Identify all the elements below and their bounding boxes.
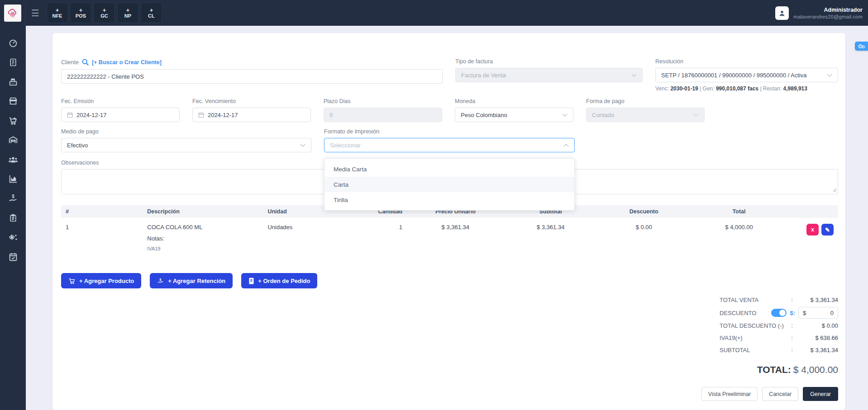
orden-pedido-button[interactable]: + Orden de Pedido (241, 273, 317, 288)
plus-icon: + (126, 7, 130, 13)
warehouse-icon (8, 135, 18, 145)
user-icon (777, 9, 787, 18)
document-icon (248, 278, 254, 284)
app-logo[interactable] (4, 5, 21, 22)
avatar[interactable] (775, 6, 789, 20)
chart-icon (8, 174, 18, 184)
option-tirilla[interactable]: Tirilla (324, 192, 574, 207)
formato-impresion-select[interactable] (324, 138, 575, 152)
descuento-currency-label: $: (790, 310, 795, 316)
new-gc-button[interactable]: + GC (94, 3, 115, 23)
agregar-producto-button[interactable]: + Agregar Producto (61, 273, 141, 288)
hand-dollar-icon: $ (8, 193, 18, 203)
tax-tag: IVA19 (147, 246, 258, 251)
buscar-crear-cliente-link[interactable]: [+ Buscar o Crear Cliente] (92, 59, 162, 66)
col-descuento: Descuento (597, 205, 691, 218)
table-row: 1 COCA COLA 600 ML Notas: IVA19 Unidades… (61, 218, 838, 254)
plus-icon: + (150, 7, 153, 13)
col-actions (787, 205, 838, 218)
cell-total: $ 4,000.00 (691, 218, 788, 254)
sidebar-item-purchases[interactable] (8, 116, 19, 126)
user-name: Administrador (793, 7, 863, 13)
cliente-label: Cliente (61, 59, 79, 66)
tipo-factura-select[interactable]: Factura de Venta (455, 68, 643, 82)
generar-button[interactable]: Generar (803, 387, 838, 401)
search-client-icon[interactable] (81, 58, 89, 66)
pencil-icon: ✎ (825, 226, 830, 233)
vista-preliminar-button[interactable]: Vista Preeliminar (701, 387, 758, 401)
forma-pago-select: Contado (586, 108, 705, 122)
sidebar-item-pos-register[interactable] (8, 77, 19, 87)
cell-precio-unitario: $ 3,361.34 (407, 218, 504, 254)
calendar-icon (67, 112, 73, 118)
edit-item-button[interactable]: ✎ (821, 224, 834, 236)
tipo-factura-label: Tipo de factura (455, 58, 493, 65)
fec-vencimiento-label: Fec. Vencimiento (192, 98, 236, 104)
user-menu[interactable]: Administrador malaverandres20@gmail.com (775, 6, 863, 20)
new-cl-button[interactable]: + CL (141, 3, 162, 23)
menu-toggle-icon[interactable]: ☰ (31, 9, 39, 18)
topbar: ☰ + NFE + POS + GC + NP + CL (0, 0, 868, 26)
resolucion-select[interactable]: SETP / 18760000001 / 990000000 / 9950000… (655, 68, 838, 82)
notas-label: Notas: (147, 235, 258, 242)
sidebar-nav: $ (0, 26, 26, 410)
chevron-down-icon (300, 144, 305, 147)
delete-item-button[interactable]: x (806, 224, 819, 236)
new-np-button[interactable]: + NP (117, 3, 138, 23)
fec-emision-label: Fec. Emisión (61, 98, 94, 104)
sidebar-item-store[interactable] (8, 96, 19, 106)
sidebar-item-inventory[interactable] (8, 135, 19, 145)
sidebar-item-reports[interactable] (8, 174, 19, 184)
totals-panel: TOTAL VENTA : $ 3,361.34 DESCUENTO $: $ … (720, 294, 838, 356)
quick-settings-tab[interactable]: ⚙⚙ (855, 42, 868, 51)
sidebar-item-payments[interactable]: $ (8, 193, 19, 203)
svg-text:$: $ (160, 278, 162, 281)
agregar-retencion-button[interactable]: $ + Agregar Retención (150, 273, 233, 288)
cell-actions: x ✎ (787, 218, 838, 254)
descuento-input[interactable]: $ 0 (798, 307, 838, 319)
gear-small-icon: ⚙ (862, 45, 865, 49)
col-total: Total (691, 205, 788, 218)
col-num: # (61, 205, 143, 218)
chevron-down-icon (631, 74, 637, 77)
sidebar-item-settings[interactable] (8, 232, 19, 242)
cell-descuento: $ 0.00 (597, 218, 691, 254)
total-venta-row: TOTAL VENTA : $ 3,361.34 (720, 294, 838, 306)
users-icon (8, 155, 19, 165)
cloud-logo-icon (7, 7, 19, 19)
total-descuento-row: TOTAL DESCUENTO (-) : $ 0.00 (720, 320, 838, 332)
resize-handle-icon[interactable] (833, 188, 837, 192)
new-pos-button[interactable]: + POS (70, 3, 91, 23)
svg-text:$: $ (12, 194, 14, 199)
medio-pago-select[interactable]: Efectivo (61, 138, 311, 152)
fec-vencimiento-input[interactable]: 2024-12-17 (192, 108, 311, 122)
sidebar-item-customers[interactable] (8, 155, 19, 165)
cart-icon (68, 278, 76, 284)
cell-num: 1 (61, 218, 143, 254)
formato-impresion-input[interactable] (330, 142, 560, 149)
moneda-select[interactable]: Peso Colombiano (455, 108, 573, 122)
cell-descripcion: COCA COLA 600 ML Notas: IVA19 (143, 218, 263, 254)
sidebar-item-dashboard[interactable] (8, 38, 19, 48)
option-carta[interactable]: Carta (324, 177, 574, 192)
chevron-down-icon (693, 113, 699, 117)
cancelar-button[interactable]: Cancelar (762, 387, 798, 401)
product-name: COCA COLA 600 ML (147, 224, 258, 231)
sidebar-item-invoices[interactable] (8, 57, 19, 67)
fec-emision-input[interactable]: 2024-12-17 (61, 108, 180, 122)
option-media-carta[interactable]: Media Carta (324, 161, 574, 177)
plus-icon: + (56, 7, 59, 13)
plus-icon: + (79, 7, 83, 13)
descuento-toggle[interactable] (771, 309, 787, 317)
sidebar-item-documents[interactable] (8, 213, 19, 223)
observaciones-label: Observaciones (61, 160, 99, 166)
subtotal-row: SUBTOTAL : $ 3,361.34 (720, 344, 838, 356)
user-info: Administrador malaverandres20@gmail.com (793, 7, 863, 19)
medio-pago-label: Medio de pago (61, 128, 99, 135)
invoice-icon (9, 57, 18, 67)
sidebar-item-schedule[interactable] (8, 252, 19, 262)
resolucion-info: Venc: 2030-01-19 | Gen: 990,010,087 facs… (655, 85, 838, 92)
new-nfe-button[interactable]: + NFE (47, 3, 68, 23)
plazo-dias-input: 0 (324, 108, 442, 122)
cliente-input[interactable] (67, 73, 437, 80)
